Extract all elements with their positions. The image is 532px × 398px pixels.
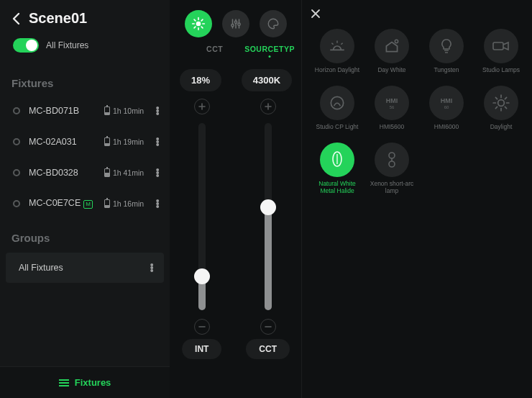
preset-halide[interactable]: Natural White Metal Halide: [312, 143, 362, 195]
fixture-battery: 1h 16min: [104, 199, 144, 208]
scene-title: Scene01: [29, 10, 87, 27]
fixture-status-dot: [13, 169, 20, 176]
preset-label: Studio CP Light: [316, 124, 359, 137]
bottom-tab-label: Fixtures: [75, 377, 111, 388]
mode-effects[interactable]: [260, 10, 287, 37]
fixture-menu-button[interactable]: •••: [151, 199, 164, 208]
fixtures-header: Fixtures: [0, 64, 170, 95]
preset-label: Tungsten: [434, 67, 459, 80]
preset-xenon[interactable]: Xenon short-arc lamp: [367, 143, 417, 195]
fixtures-panel: Scene01 All Fixtures Fixtures MC-BD071B1…: [0, 0, 170, 398]
fixture-row[interactable]: MC-BD03281h 41min•••: [0, 157, 170, 188]
fixture-battery: 1h 19min: [104, 137, 144, 146]
fixture-row[interactable]: MC-BD071B1h 10min•••: [0, 95, 170, 126]
close-button[interactable]: [311, 9, 321, 19]
tab-sourcetype[interactable]: SOURCETYP: [244, 45, 295, 53]
cct-decrease[interactable]: [260, 319, 276, 335]
fixture-name: MC-C0E7CEM: [29, 198, 104, 209]
preset-cp[interactable]: Studio CP Light: [312, 86, 362, 137]
all-fixtures-label: All Fixtures: [46, 40, 88, 50]
intensity-increase[interactable]: [194, 99, 210, 114]
intensity-label: INT: [182, 339, 221, 359]
svg-point-36: [389, 153, 395, 158]
fixture-status-dot: [13, 107, 20, 114]
svg-point-12: [231, 24, 234, 27]
group-menu-button[interactable]: •••: [145, 263, 158, 272]
svg-line-16: [331, 43, 333, 45]
preset-studio[interactable]: Studio Lamps: [476, 29, 526, 80]
fixture-name: MC-02A031: [29, 137, 104, 147]
bulb-icon: [429, 29, 464, 63]
svg-rect-19: [493, 42, 503, 50]
cct-label: CCT: [246, 339, 290, 359]
palette-icon: [267, 17, 280, 30]
preset-label: HMI5600: [380, 124, 405, 137]
svg-line-32: [495, 107, 497, 108]
preset-hmi60[interactable]: HMI60HMI6000: [421, 86, 472, 137]
group-row[interactable]: All Fixtures•••: [6, 253, 164, 283]
cct-readout: 4300K: [242, 69, 292, 91]
svg-line-31: [505, 107, 506, 108]
svg-text:HMI: HMI: [386, 97, 398, 104]
cct-slider[interactable]: [265, 123, 272, 310]
cp-icon: [320, 86, 354, 120]
preset-horizon[interactable]: Horizon Daylight: [312, 29, 362, 80]
intensity-thumb[interactable]: [194, 268, 210, 284]
studio-icon: [484, 29, 518, 63]
brightness-icon: [191, 17, 206, 31]
fixture-name: MC-BD0328: [29, 168, 104, 178]
xenon-icon: [375, 143, 409, 177]
intensity-readout: 18%: [180, 69, 221, 91]
sun-icon: [484, 86, 518, 120]
preset-label: Day White: [377, 67, 405, 80]
svg-line-6: [201, 27, 203, 28]
fixture-menu-button[interactable]: •••: [151, 107, 164, 115]
preset-bulb[interactable]: Tungsten: [421, 29, 472, 80]
fixture-menu-button[interactable]: •••: [151, 168, 164, 177]
svg-text:60: 60: [444, 105, 449, 109]
preset-sunhouse[interactable]: Day White: [367, 29, 417, 80]
controls-panel: CCT SOURCETYP 18% 4300K INT: [170, 0, 302, 398]
svg-point-0: [196, 22, 201, 27]
all-fixtures-toggle[interactable]: [13, 38, 39, 53]
svg-text:56: 56: [390, 105, 395, 109]
intensity-slider[interactable]: [198, 123, 206, 310]
cct-increase[interactable]: [260, 99, 276, 114]
fixture-menu-button[interactable]: •••: [151, 137, 164, 146]
fixture-status-dot: [13, 200, 20, 207]
preset-hmi56[interactable]: HMI56HMI5600: [367, 86, 417, 137]
preset-label: Natural White Metal Halide: [313, 181, 361, 195]
bottom-tab-fixtures[interactable]: Fixtures: [0, 366, 170, 398]
list-icon: [59, 379, 69, 386]
mode-brightness[interactable]: [185, 10, 212, 37]
intensity-decrease[interactable]: [194, 319, 210, 335]
group-name: All Fixtures: [19, 263, 145, 273]
preset-label: Xenon short-arc lamp: [368, 181, 416, 195]
svg-line-30: [495, 97, 497, 99]
back-button[interactable]: [12, 12, 20, 25]
svg-point-14: [238, 23, 240, 25]
mode-equalizer[interactable]: [222, 10, 249, 37]
svg-point-37: [389, 161, 395, 167]
preset-label: HMI6000: [434, 124, 459, 137]
svg-line-33: [505, 97, 506, 99]
fixture-battery: 1h 10min: [104, 107, 144, 115]
svg-text:HMI: HMI: [441, 97, 453, 104]
cct-thumb[interactable]: [260, 199, 276, 215]
hmi56-icon: HMI56: [375, 86, 409, 120]
source-type-panel: Horizon DaylightDay WhiteTungstenStudio …: [302, 0, 532, 398]
svg-line-8: [201, 19, 203, 21]
fixture-status-dot: [13, 138, 20, 145]
sliders-icon: [229, 17, 242, 30]
groups-header: Groups: [0, 219, 170, 250]
svg-line-7: [194, 27, 196, 28]
tab-cct[interactable]: CCT: [206, 45, 223, 53]
fixture-name: MC-BD071B: [29, 106, 104, 116]
fixture-row[interactable]: MC-C0E7CEM1h 16min•••: [0, 188, 170, 219]
fixture-row[interactable]: MC-02A0311h 19min•••: [0, 126, 170, 157]
preset-sun[interactable]: Daylight: [476, 86, 526, 137]
halide-icon: [320, 143, 354, 177]
preset-label: Horizon Daylight: [315, 67, 359, 80]
svg-line-17: [341, 43, 342, 45]
preset-label: Daylight: [490, 124, 513, 137]
